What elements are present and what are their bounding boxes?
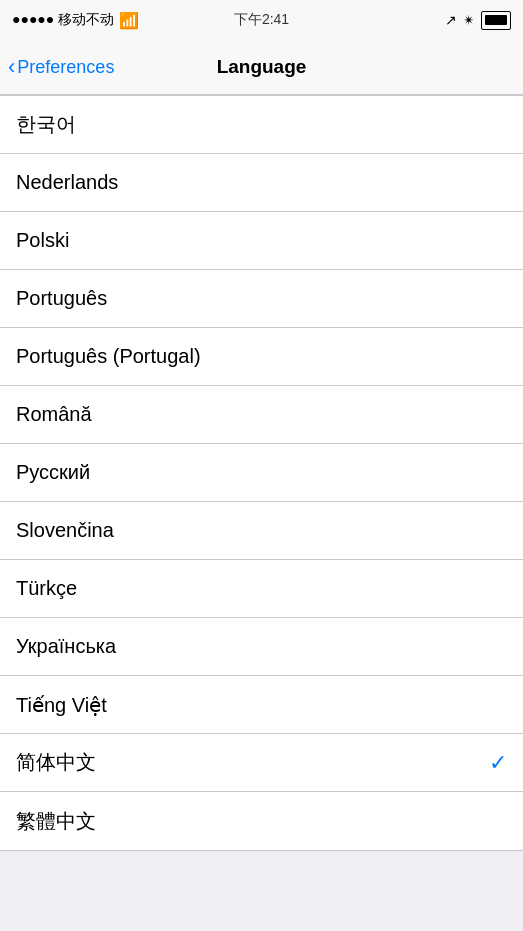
list-item[interactable]: Türkçe — [0, 560, 523, 618]
language-label: Slovenčina — [16, 519, 114, 542]
list-item[interactable]: Українська — [0, 618, 523, 676]
language-list: 한국어NederlandsPolskiPortuguêsPortuguês (P… — [0, 95, 523, 851]
status-bar: ●●●●● 移动不动 📶 下午2:41 ↗ ✴ — [0, 0, 523, 40]
list-item[interactable]: Tiếng Việt — [0, 676, 523, 734]
status-left: ●●●●● 移动不动 📶 — [12, 11, 139, 30]
carrier-text: ●●●●● 移动不动 — [12, 11, 114, 29]
language-label: Română — [16, 403, 92, 426]
status-time: 下午2:41 — [234, 11, 289, 29]
language-label: Tiếng Việt — [16, 693, 107, 717]
list-item[interactable]: Nederlands — [0, 154, 523, 212]
page-title: Language — [217, 56, 307, 78]
status-right: ↗ ✴ — [445, 11, 511, 30]
location-icon: ↗ — [445, 12, 457, 28]
list-item[interactable]: Română — [0, 386, 523, 444]
language-label: Nederlands — [16, 171, 118, 194]
nav-bar: ‹ Preferences Language — [0, 40, 523, 95]
language-label: 简体中文 — [16, 749, 96, 776]
wifi-icon: 📶 — [119, 11, 139, 30]
list-item[interactable]: 한국어 — [0, 96, 523, 154]
battery-icon — [481, 11, 511, 30]
back-chevron-icon: ‹ — [8, 56, 15, 78]
back-button[interactable]: ‹ Preferences — [8, 57, 114, 78]
language-label: Українська — [16, 635, 116, 658]
language-label: Português — [16, 287, 107, 310]
list-item[interactable]: Português (Portugal) — [0, 328, 523, 386]
list-item[interactable]: Slovenčina — [0, 502, 523, 560]
list-item[interactable]: Português — [0, 270, 523, 328]
back-label: Preferences — [17, 57, 114, 78]
list-item[interactable]: 简体中文✓ — [0, 734, 523, 792]
language-label: Türkçe — [16, 577, 77, 600]
list-item[interactable]: Polski — [0, 212, 523, 270]
language-label: Polski — [16, 229, 69, 252]
list-item[interactable]: 繁體中文 — [0, 792, 523, 850]
language-label: Português (Portugal) — [16, 345, 201, 368]
language-label: Русский — [16, 461, 90, 484]
language-label: 한국어 — [16, 111, 76, 138]
list-item[interactable]: Русский — [0, 444, 523, 502]
bluetooth-icon: ✴ — [463, 12, 475, 28]
language-label: 繁體中文 — [16, 808, 96, 835]
checkmark-icon: ✓ — [489, 750, 507, 776]
